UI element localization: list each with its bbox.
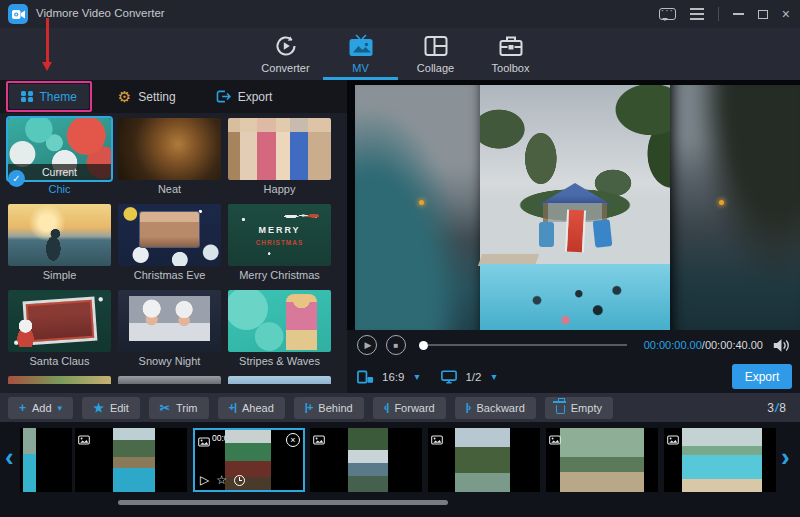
tab-collage[interactable]: Collage (398, 28, 473, 80)
tab-setting[interactable]: ⚙ Setting (106, 84, 188, 109)
theme-thumbnail[interactable] (8, 290, 111, 352)
volume-icon[interactable] (772, 338, 790, 353)
theme-label: Santa Claus (8, 355, 111, 369)
preview-blur-left (355, 85, 483, 330)
theme-thumbnail-partial[interactable] (8, 376, 111, 384)
empty-button[interactable]: Empty (545, 397, 613, 419)
clip-photo (113, 428, 155, 492)
gear-icon: ⚙ (118, 89, 131, 104)
tab-label: Setting (138, 90, 175, 104)
clip-duration-icon[interactable] (234, 475, 245, 486)
edit-star-icon: ★ (93, 402, 104, 414)
seek-track[interactable] (428, 344, 627, 346)
image-icon (549, 431, 561, 449)
seek-handle[interactable] (419, 341, 428, 350)
tab-export[interactable]: Export (204, 84, 285, 109)
screen-dropdown-icon[interactable]: ▾ (491, 371, 496, 382)
annotation-highlight-box: Theme (6, 81, 92, 112)
trim-button[interactable]: ✂ Trim (149, 397, 209, 419)
converter-icon (274, 34, 298, 58)
timeline-clip[interactable] (310, 428, 422, 492)
app-window: Vidmore Video Converter × Converter MV C… (0, 0, 800, 517)
tab-toolbox[interactable]: Toolbox (473, 28, 548, 80)
clip-tools: ▷ ☆ (200, 473, 245, 487)
edit-button[interactable]: ★ Edit (82, 397, 140, 419)
backward-button[interactable]: |› Backward (455, 397, 536, 419)
theme-item-simple[interactable]: Simple (8, 204, 111, 283)
theme-thumbnail[interactable]: MERRY CHRISTMAS (228, 204, 331, 266)
remove-clip-icon[interactable]: × (286, 433, 300, 447)
slide-art (539, 222, 554, 247)
add-button[interactable]: + Add ▾ (8, 397, 73, 419)
timeline-scroll-left-icon[interactable]: ‹ (5, 444, 14, 470)
button-label: Behind (318, 402, 352, 414)
maximize-icon[interactable] (758, 10, 768, 19)
close-icon[interactable]: × (782, 7, 790, 21)
thumbnail-art-text: CHRISTMAS (228, 239, 331, 246)
theme-label: Merry Christmas (228, 269, 331, 283)
theme-thumbnail-partial[interactable] (118, 376, 221, 384)
timeline-clip-selected[interactable]: 00:00:05 × ▷ ☆ (193, 428, 305, 492)
timeline-clip[interactable] (546, 428, 658, 492)
minimize-icon[interactable] (733, 13, 744, 15)
timeline-clip[interactable] (664, 428, 776, 492)
theme-thumbnail[interactable] (118, 204, 221, 266)
behind-button[interactable]: |+ Behind (294, 397, 364, 419)
theme-thumbnail[interactable] (118, 118, 221, 180)
theme-label: Christmas Eve (118, 269, 221, 283)
video-preview[interactable] (355, 85, 800, 330)
theme-label: Chic (8, 183, 111, 197)
theme-item-snowy-night[interactable]: Snowy Night (118, 290, 221, 369)
slide-art (593, 219, 613, 248)
timeline-scroll-right-icon[interactable]: › (781, 444, 790, 470)
theme-thumbnail[interactable] (228, 290, 331, 352)
theme-item-neat[interactable]: Neat (118, 118, 221, 197)
tab-converter[interactable]: Converter (248, 28, 323, 80)
collage-icon (424, 34, 448, 58)
theme-thumbnail[interactable]: Current (8, 118, 111, 180)
theme-thumbnail[interactable] (8, 204, 111, 266)
timeline-clip[interactable] (428, 428, 540, 492)
screen-page-value[interactable]: 1/2 (465, 371, 481, 383)
theme-thumbnail[interactable] (228, 118, 331, 180)
theme-thumbnail[interactable] (118, 290, 221, 352)
forward-button[interactable]: ‹| Forward (373, 397, 446, 419)
timeline-clip[interactable] (20, 428, 72, 492)
clip-edit-star-icon[interactable]: ☆ (216, 473, 227, 487)
theme-item-chic[interactable]: Current ✓ Chic (8, 118, 111, 197)
export-button[interactable]: Export (732, 364, 792, 389)
preview-video-frame (480, 85, 670, 330)
tab-theme[interactable]: Theme (9, 84, 89, 109)
timeline-scrollbar[interactable] (118, 500, 448, 505)
aspect-ratio-value[interactable]: 16:9 (382, 371, 404, 383)
theme-label: Snowy Night (118, 355, 221, 369)
play-button[interactable]: ▶ (357, 335, 377, 355)
aspect-dropdown-icon[interactable]: ▾ (414, 371, 419, 382)
theme-thumbnail-partial[interactable] (228, 376, 331, 384)
timeline-clip[interactable] (75, 428, 187, 492)
seek-bar[interactable] (419, 341, 627, 350)
theme-panel: Theme ⚙ Setting Export Current ✓ Chic (0, 80, 347, 393)
behind-icon: |+ (305, 402, 313, 413)
screen-icon[interactable] (441, 370, 457, 384)
tab-mv[interactable]: MV (323, 28, 398, 80)
ahead-button[interactable]: +| Ahead (218, 397, 285, 419)
aspect-ratio-icon[interactable] (357, 370, 374, 384)
play-icon: ▶ (365, 340, 372, 350)
theme-item-happy[interactable]: Happy (228, 118, 331, 197)
preview-panel (347, 80, 800, 330)
window-title: Vidmore Video Converter (36, 7, 165, 19)
theme-item-christmas-eve[interactable]: Christmas Eve (118, 204, 221, 283)
stop-button[interactable]: ■ (386, 335, 406, 355)
menu-icon[interactable] (690, 8, 704, 20)
feedback-icon[interactable] (659, 8, 676, 20)
theme-item-merry-christmas[interactable]: MERRY CHRISTMAS Merry Christmas (228, 204, 331, 283)
theme-item-stripes-waves[interactable]: Stripes & Waves (228, 290, 331, 369)
clip-play-icon[interactable]: ▷ (200, 473, 209, 487)
trash-icon (556, 405, 565, 414)
theme-grid: Current ✓ Chic Neat Happy Simple Christm… (8, 118, 339, 384)
light-dot (419, 200, 424, 205)
tab-label: Theme (40, 90, 77, 104)
button-label: Backward (476, 402, 524, 414)
theme-item-santa-claus[interactable]: Santa Claus (8, 290, 111, 369)
